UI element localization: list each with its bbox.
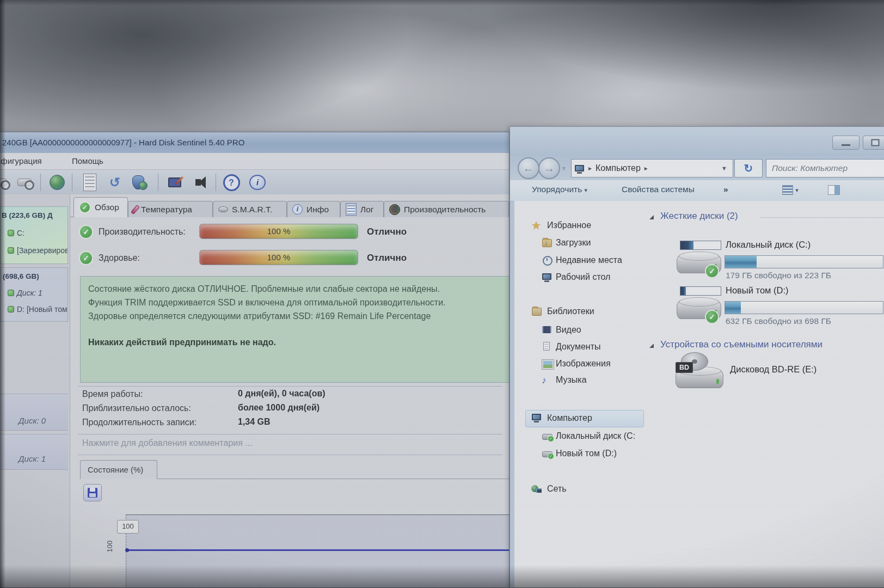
partition-status-icon [8, 306, 14, 313]
drive-d-capacity-bar [725, 301, 883, 314]
drive-d-free-space: 632 ГБ свободно из 698 ГБ [726, 316, 831, 326]
drive-c-name[interactable]: Локальный диск (C:) [726, 240, 811, 250]
search-placeholder: Поиск: Компьютер [772, 163, 848, 173]
nav-downloads[interactable]: Загрузки [556, 238, 591, 248]
video-icon [542, 325, 552, 335]
tab-label: Температура [141, 205, 192, 215]
chart-datapoint [125, 548, 129, 552]
disk-search-icon[interactable] [14, 173, 35, 192]
nav-documents[interactable]: Документы [556, 342, 600, 352]
disk-card-0[interactable]: B (223,6 GB) Д C: [Зарезервировано [0, 206, 68, 264]
history-tab-baseline [157, 479, 509, 479]
music-note-icon: ♪ [542, 376, 552, 385]
hds-disk-list: B (223,6 GB) Д C: [Зарезервировано (698,… [0, 194, 70, 587]
address-dropdown-icon[interactable]: ▼ [721, 165, 727, 171]
nav-favorites[interactable]: Избранное [547, 220, 591, 230]
ok-check-icon: ✓ [79, 225, 93, 239]
network-shield-icon[interactable] [130, 173, 150, 192]
history-tab-health[interactable]: Состояние (%) [80, 460, 157, 479]
nav-recent-places[interactable]: Недавние места [556, 255, 622, 265]
chart-point-value: 100 [122, 522, 134, 530]
refresh-button[interactable]: ↻ [734, 159, 763, 177]
views-button[interactable]: ▾ [782, 185, 799, 195]
tab-overview[interactable]: ✓ Обзор [73, 197, 128, 217]
system-properties-button[interactable]: Свойства системы [622, 185, 695, 194]
disk-tile-0[interactable]: Диск: 0 [0, 394, 68, 431]
health-ok-badge-icon: ✓ [705, 264, 719, 278]
bd-drive-name[interactable]: Дисковод BD-RE (E:) [730, 364, 817, 375]
drive-c-free-space: 179 ГБ свободно из 223 ГБ [726, 271, 831, 280]
tab-label: Инфо [306, 205, 329, 215]
tab-log[interactable]: Лог [340, 201, 384, 217]
history-chevron-icon[interactable]: ▿ [562, 165, 566, 172]
back-button[interactable]: ← [518, 157, 539, 179]
network-globe-icon[interactable] [47, 173, 67, 192]
nav-videos[interactable]: Видео [556, 325, 581, 335]
breadcrumb-arrow-icon: ▸ [588, 164, 592, 172]
minimize-button[interactable] [832, 136, 860, 150]
breadcrumb-computer[interactable]: Компьютер [596, 163, 641, 173]
forward-button[interactable]: → [538, 157, 560, 179]
more-commands-button[interactable]: » [723, 185, 728, 194]
refresh-icon[interactable]: ↺ [105, 173, 125, 192]
monitor-edit-icon[interactable] [164, 173, 185, 192]
hds-titlebar[interactable]: 240GB [AA0000000000000000977] - Hard Dis… [0, 132, 509, 153]
save-chart-button[interactable] [83, 484, 102, 501]
photo-of-screen: 240GB [AA0000000000000000977] - Hard Dis… [0, 0, 884, 588]
address-bar[interactable]: ▸ Компьютер ▸ ▼ [571, 159, 733, 177]
health-value: 100 % [267, 253, 291, 262]
lifetime-writes-value: 1,34 GB [238, 417, 271, 427]
health-ok-badge-icon: ✓ [705, 310, 719, 324]
toolbar-separator [216, 174, 216, 191]
partition-label[interactable]: C: [17, 229, 24, 237]
health-history-chart [126, 514, 509, 588]
disk-card-title: (698,6 GB) [3, 272, 39, 280]
info-icon[interactable]: i [247, 173, 268, 192]
report-icon[interactable] [79, 173, 100, 192]
tab-performance[interactable]: Производительность [384, 201, 509, 217]
help-icon[interactable]: ? [221, 173, 242, 192]
tab-temperature[interactable]: Температура [128, 201, 213, 217]
menu-help[interactable]: Помощь [72, 156, 103, 166]
hds-menubar: Конфигурация Помощь [0, 153, 509, 170]
favorites-star-icon: ★ [531, 220, 542, 230]
drive-d-name[interactable]: Новый том (D:) [726, 285, 788, 296]
organize-button[interactable]: Упорядочить ▾ [532, 185, 587, 194]
nav-new-volume-d[interactable]: Новый том (D:) [556, 449, 617, 458]
nav-network[interactable]: Сеть [547, 484, 567, 494]
group-collapse-icon[interactable] [649, 215, 654, 219]
maximize-button[interactable] [863, 136, 884, 150]
nav-libraries[interactable]: Библиотеки [547, 307, 594, 316]
menu-configuration[interactable]: Конфигурация [0, 156, 42, 166]
nav-local-disk-c[interactable]: Локальный диск (C: [556, 431, 644, 441]
breadcrumb-arrow-icon: ▸ [644, 164, 648, 172]
nav-computer[interactable]: Компьютер [547, 413, 592, 423]
toolbar-separator [40, 174, 41, 191]
nav-pictures[interactable]: Изображения [556, 359, 611, 369]
group-collapse-icon[interactable] [649, 344, 654, 348]
tab-smart[interactable]: S.M.A.R.T. [213, 201, 287, 217]
disk-tile-1[interactable]: Диск: 1 [0, 434, 68, 470]
preview-pane-button[interactable] [828, 185, 840, 195]
performance-status: Отлично [367, 224, 407, 240]
preview-pane-icon [828, 185, 840, 195]
nav-music[interactable]: Музыка [556, 375, 587, 385]
new-volume-icon [542, 449, 552, 459]
tab-info[interactable]: i Инфо [287, 201, 340, 217]
group-header-removable[interactable]: Устройства со съемными носителями [660, 339, 884, 350]
partition-status-icon [8, 290, 14, 296]
add-comment-link[interactable]: Нажмите для добавления комментария ... [82, 438, 253, 448]
tab-label: Обзор [95, 203, 119, 212]
disk-icon[interactable] [0, 173, 11, 192]
disk-card-1[interactable]: (698,6 GB) Диск: 1 D: [Новый том [0, 267, 68, 322]
partition-label[interactable]: [Зарезервировано [17, 246, 68, 255]
search-box[interactable]: Поиск: Компьютер [766, 159, 884, 177]
explorer-titlebar[interactable] [510, 127, 884, 156]
lifetime-left-value: более 1000 дня(ей) [238, 403, 320, 413]
speaker-icon[interactable] [191, 173, 211, 192]
explorer-navigation-bar: ← → ▿ ▸ Компьютер ▸ ▼ ↻ Поиск: Компьютер [510, 156, 884, 180]
group-header-hard-disks[interactable]: Жесткие диски (2) [660, 211, 738, 222]
nav-desktop[interactable]: Рабочий стол [556, 272, 610, 282]
bd-badge: BD [676, 362, 693, 373]
partition-label[interactable]: D: [Новый том [17, 305, 67, 314]
